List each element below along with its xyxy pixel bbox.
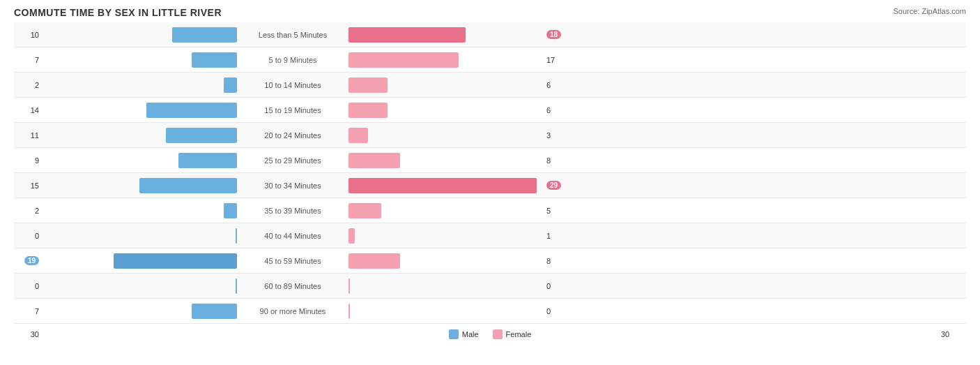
legend-male-box (449, 329, 459, 339)
female-bar (349, 304, 350, 319)
male-value: 19 (14, 256, 42, 265)
legend-male-label: Male (462, 330, 479, 338)
male-bar-area (42, 253, 237, 269)
female-bar-area (349, 77, 544, 93)
male-value: 7 (14, 56, 42, 64)
row-label: Less than 5 Minutes (237, 31, 349, 39)
female-value: 17 (544, 56, 572, 64)
table-row: 925 to 29 Minutes8 (14, 148, 966, 173)
table-row: 040 to 44 Minutes1 (14, 223, 966, 248)
chart-container: COMMUTE TIME BY SEX IN LITTLE RIVER Sour… (0, 0, 980, 365)
female-bar (349, 27, 466, 43)
female-bar (349, 128, 368, 143)
male-bar-area (42, 77, 237, 93)
female-value: 8 (544, 257, 572, 265)
table-row: 235 to 39 Minutes5 (14, 198, 966, 223)
male-bar-area (42, 103, 237, 118)
female-bar (349, 52, 459, 68)
male-value: 9 (14, 156, 42, 165)
female-bar (349, 77, 388, 93)
female-bar-area (349, 128, 544, 143)
male-value: 14 (14, 106, 42, 114)
footer-right-value: 30 (938, 330, 966, 338)
row-label: 10 to 14 Minutes (237, 81, 349, 89)
table-row: 210 to 14 Minutes6 (14, 73, 966, 98)
female-bar-area (349, 52, 544, 68)
female-bar-area (349, 228, 544, 244)
male-bar-area (42, 128, 237, 143)
male-bar-area (42, 228, 237, 244)
legend-female-label: Female (506, 330, 532, 338)
female-bar-area (349, 278, 544, 294)
male-value: 15 (14, 181, 42, 190)
row-label: 45 to 59 Minutes (237, 257, 349, 265)
footer-left-value: 30 (14, 330, 42, 338)
female-bar (349, 103, 388, 118)
male-value: 11 (14, 131, 42, 140)
male-value: 0 (14, 282, 42, 290)
row-label: 40 to 44 Minutes (237, 232, 349, 240)
female-value: 6 (544, 106, 572, 114)
female-bar (349, 253, 400, 269)
male-bar-area (42, 52, 237, 68)
female-bar-area (349, 203, 544, 218)
male-value: 7 (14, 307, 42, 315)
chart-title: COMMUTE TIME BY SEX IN LITTLE RIVER (14, 7, 966, 18)
row-label: 30 to 34 Minutes (237, 181, 349, 190)
male-bar (139, 178, 237, 193)
female-value: 0 (544, 282, 572, 290)
row-label: 25 to 29 Minutes (237, 156, 349, 165)
table-row: 1415 to 19 Minutes6 (14, 98, 966, 123)
table-row: 1530 to 34 Minutes29 (14, 173, 966, 198)
female-bar-area (349, 27, 544, 43)
table-row: 10Less than 5 Minutes18 (14, 22, 966, 47)
row-label: 20 to 24 Minutes (237, 131, 349, 140)
male-value: 10 (14, 31, 42, 39)
row-label: 60 to 89 Minutes (237, 282, 349, 290)
female-bar (349, 153, 400, 168)
legend-female: Female (493, 329, 532, 339)
male-bar-area (42, 178, 237, 193)
chart-area: 10Less than 5 Minutes1875 to 9 Minutes17… (14, 22, 966, 324)
female-bar (349, 203, 381, 218)
female-value: 1 (544, 232, 572, 240)
female-value: 3 (544, 131, 572, 140)
table-row: 790 or more Minutes0 (14, 299, 966, 324)
male-bar-area (42, 304, 237, 319)
male-bar-area (42, 278, 237, 294)
female-value: 8 (544, 156, 572, 165)
female-bar-area (349, 178, 544, 193)
source-text: Source: ZipAtlas.com (893, 7, 966, 15)
male-bar-area (42, 203, 237, 218)
male-bar (172, 27, 237, 43)
male-bar (224, 203, 237, 218)
footer-row: 30 Male Female 30 (14, 329, 966, 339)
female-bar-area (349, 103, 544, 118)
female-bar-area (349, 304, 544, 319)
female-bar-area (349, 153, 544, 168)
table-row: 1945 to 59 Minutes8 (14, 248, 966, 274)
male-bar (178, 153, 237, 168)
male-bar (224, 77, 237, 93)
male-value: 0 (14, 232, 42, 240)
male-value: 2 (14, 207, 42, 215)
row-label: 35 to 39 Minutes (237, 207, 349, 215)
male-bar (192, 304, 237, 319)
male-bar (166, 128, 237, 143)
female-value: 29 (544, 181, 572, 190)
female-bar-area (349, 253, 544, 269)
female-bar (349, 178, 537, 193)
male-bar-area (42, 153, 237, 168)
table-row: 060 to 89 Minutes0 (14, 274, 966, 299)
female-bar (349, 228, 355, 244)
row-label: 5 to 9 Minutes (237, 56, 349, 64)
female-value: 5 (544, 207, 572, 215)
legend-female-box (493, 329, 503, 339)
table-row: 75 to 9 Minutes17 (14, 47, 966, 73)
row-label: 90 or more Minutes (237, 307, 349, 315)
row-label: 15 to 19 Minutes (237, 106, 349, 114)
legend-male: Male (449, 329, 479, 339)
female-value: 6 (544, 81, 572, 89)
male-bar (192, 52, 237, 68)
table-row: 1120 to 24 Minutes3 (14, 123, 966, 148)
